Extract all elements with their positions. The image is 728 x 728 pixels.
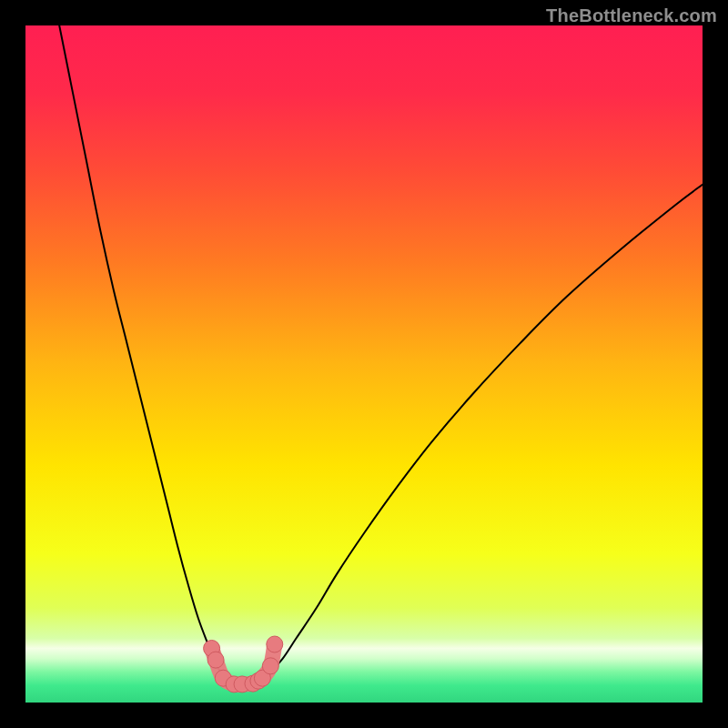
highlight-dot <box>207 652 224 668</box>
highlight-dot <box>267 636 283 652</box>
outer-frame: TheBottleneck.com <box>0 0 728 728</box>
gradient-background <box>25 25 703 703</box>
bottleneck-chart <box>25 25 703 703</box>
highlight-dot <box>262 658 278 674</box>
plot-area <box>25 25 703 703</box>
watermark-text: TheBottleneck.com <box>546 5 717 26</box>
